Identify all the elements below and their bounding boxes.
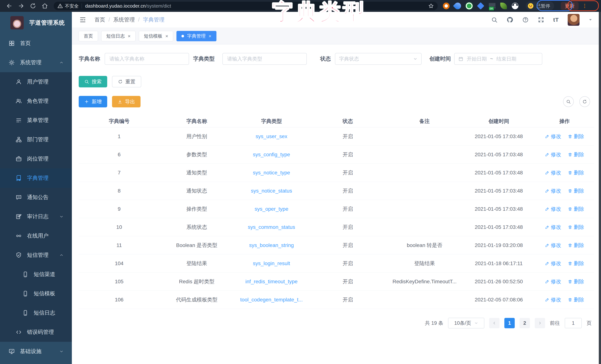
cell-status: 开启: [309, 296, 386, 303]
sidebar-item-sms-template[interactable]: 短信模板: [0, 284, 72, 303]
add-button[interactable]: 新增: [79, 96, 107, 107]
extension-icon-green[interactable]: [466, 3, 472, 9]
help-icon[interactable]: [522, 17, 529, 23]
sidebar-collapse-icon[interactable]: [79, 16, 86, 23]
status-select[interactable]: 字典状态: [335, 53, 421, 65]
dict-type-link[interactable]: sys_notice_type: [253, 170, 290, 175]
sidebar-item-sms[interactable]: 短信管理: [0, 245, 72, 265]
tab-dictionary[interactable]: 字典管理 ×: [176, 31, 216, 41]
dict-type-input[interactable]: [222, 53, 307, 65]
delete-link[interactable]: 删除: [568, 278, 584, 285]
delete-link[interactable]: 删除: [568, 133, 584, 140]
extension-icon-leaf[interactable]: [500, 3, 507, 9]
tab-sms-template[interactable]: 短信模板 ×: [139, 31, 173, 41]
github-icon[interactable]: [507, 17, 513, 23]
sidebar-item-menus[interactable]: 菜单管理: [0, 111, 72, 130]
reload-icon[interactable]: [30, 3, 36, 9]
sidebar-item-audit-log[interactable]: 审计日志: [0, 207, 72, 226]
breadcrumb-home[interactable]: 首页: [94, 16, 105, 23]
edit-link[interactable]: 修改: [545, 133, 561, 140]
sidebar-item-users[interactable]: 用户管理: [0, 72, 72, 91]
edit-link[interactable]: 修改: [545, 224, 561, 231]
sidebar-item-online-users[interactable]: 在线用户: [0, 226, 72, 245]
user-avatar[interactable]: [568, 14, 580, 26]
dict-type-link[interactable]: sys_boolean_string: [249, 242, 294, 248]
extension-icon-drop[interactable]: [453, 1, 462, 11]
sidebar-item-error-codes[interactable]: 错误码管理: [0, 323, 72, 342]
delete-link[interactable]: 删除: [568, 242, 584, 249]
table-search-toggle-button[interactable]: [563, 96, 574, 107]
sidebar-item-positions[interactable]: 岗位管理: [0, 149, 72, 169]
delete-link[interactable]: 删除: [568, 187, 584, 194]
reset-button[interactable]: 重置: [112, 76, 141, 87]
edit-link[interactable]: 修改: [545, 296, 561, 303]
extension-icon-diamond[interactable]: [477, 2, 484, 10]
edit-link[interactable]: 修改: [545, 260, 561, 267]
dict-type-link[interactable]: inf_redis_timeout_type: [245, 279, 298, 284]
page-number-button[interactable]: 2: [520, 318, 530, 328]
forward-icon[interactable]: [18, 3, 24, 9]
text-size-icon[interactable]: tT: [553, 17, 559, 23]
sidebar-item-system[interactable]: 系统管理: [0, 53, 72, 72]
sidebar-item-home[interactable]: 首页: [0, 34, 72, 53]
sidebar-item-sms-channel[interactable]: 短信渠道: [0, 265, 72, 284]
search-button[interactable]: 搜索: [79, 76, 107, 87]
back-icon[interactable]: [6, 3, 13, 9]
date-range-picker[interactable]: 开始日期 ~ 结束日期: [454, 53, 542, 65]
table-refresh-button[interactable]: [579, 96, 590, 107]
sidebar-item-dictionary[interactable]: 字典管理: [0, 169, 72, 188]
tab-close-icon[interactable]: ×: [165, 34, 168, 39]
edit-link[interactable]: 修改: [545, 151, 561, 158]
tab-close-icon[interactable]: ×: [209, 34, 211, 39]
trash-icon: [568, 171, 572, 175]
goto-page-input[interactable]: [565, 318, 582, 328]
cell-dict-name: 通知状态: [160, 187, 234, 194]
page-size-select[interactable]: 10条/页: [448, 318, 484, 328]
breadcrumb-section[interactable]: 系统管理: [113, 16, 135, 23]
fullscreen-icon[interactable]: [538, 17, 544, 23]
extension-icon-profile[interactable]: [512, 3, 518, 9]
sidebar-item-sms-log[interactable]: 短信日志: [0, 303, 72, 323]
delete-link[interactable]: 删除: [568, 224, 584, 231]
page-number-button[interactable]: 1: [504, 318, 515, 328]
sidebar-item-infrastructure[interactable]: 基础设施: [0, 342, 72, 361]
avatar-caret-icon[interactable]: [588, 18, 592, 22]
edit-link[interactable]: 修改: [545, 242, 561, 249]
edit-link[interactable]: 修改: [545, 169, 561, 176]
next-page-button[interactable]: [535, 318, 545, 328]
dict-type-link[interactable]: sys_common_status: [248, 224, 295, 230]
edit-link[interactable]: 修改: [545, 278, 561, 285]
tab-home[interactable]: 首页: [79, 31, 98, 41]
dict-type-link[interactable]: sys_user_sex: [256, 133, 287, 139]
bookmark-star-icon[interactable]: [428, 3, 434, 9]
dict-name-input[interactable]: [105, 53, 189, 65]
dict-type-link[interactable]: sys_notice_status: [251, 188, 292, 194]
sidebar-item-departments[interactable]: 部门管理: [0, 130, 72, 149]
delete-link[interactable]: 删除: [568, 151, 584, 158]
home-icon[interactable]: [41, 3, 48, 9]
extension-icon-list[interactable]: on: [489, 3, 495, 9]
cell-dict-name: 通知类型: [160, 169, 234, 176]
page-scrollbar[interactable]: [599, 12, 601, 364]
delete-link[interactable]: 删除: [568, 260, 584, 267]
cell-dict-name: Redis 超时类型: [160, 278, 234, 285]
sidebar-item-notices[interactable]: 通知公告: [0, 188, 72, 207]
delete-link[interactable]: 删除: [568, 296, 584, 303]
app-logo[interactable]: 芋道管理系统: [0, 12, 72, 34]
edit-link[interactable]: 修改: [545, 205, 561, 212]
dict-type-link[interactable]: sys_login_result: [253, 261, 290, 266]
dict-type-link[interactable]: sys_oper_type: [255, 206, 288, 212]
edit-link[interactable]: 修改: [545, 187, 561, 194]
dict-type-link[interactable]: sys_config_type: [253, 152, 290, 157]
prev-page-button[interactable]: [489, 318, 500, 328]
dict-type-link[interactable]: tool_codegen_template_t...: [240, 297, 303, 303]
header-search-icon[interactable]: [491, 17, 498, 23]
export-button[interactable]: 导出: [112, 96, 140, 107]
tab-close-icon[interactable]: ×: [128, 34, 130, 39]
extension-icon-orange[interactable]: [443, 3, 450, 9]
delete-link[interactable]: 删除: [568, 169, 584, 176]
address-bar[interactable]: 不安全 dashboard.yudao.iocoder.cn /system/d…: [54, 2, 438, 10]
tab-sms-log[interactable]: 短信日志 ×: [101, 31, 136, 41]
delete-link[interactable]: 删除: [568, 205, 584, 212]
sidebar-item-roles[interactable]: 角色管理: [0, 91, 72, 111]
